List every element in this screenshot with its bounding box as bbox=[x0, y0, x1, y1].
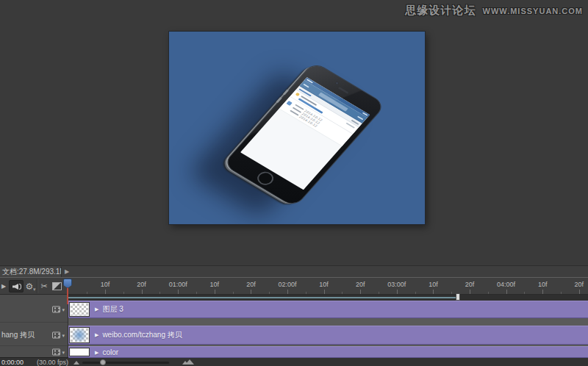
track-header-row: ▾ bbox=[0, 346, 68, 358]
ruler-label: 20f bbox=[575, 281, 584, 288]
weibo-avatar bbox=[295, 93, 300, 97]
track-clip-layer3[interactable]: ▶ 图层 3 bbox=[68, 301, 588, 318]
phone-volume-button bbox=[276, 97, 282, 103]
dropdown-arrow-icon: ▾ bbox=[62, 332, 65, 338]
ruler-tick bbox=[433, 290, 434, 294]
ruler-label: 03:00f bbox=[387, 281, 406, 288]
clip-thumbnail bbox=[70, 328, 89, 342]
ruler-label: 10f bbox=[319, 281, 329, 288]
ruler-tick bbox=[506, 290, 507, 294]
ruler-tick bbox=[561, 292, 562, 294]
ruler-label: 01:00f bbox=[169, 281, 187, 288]
ruler-tick bbox=[379, 292, 379, 294]
ruler-label: 10f bbox=[101, 281, 110, 288]
ruler-tick bbox=[470, 290, 470, 294]
ruler-label: 02:00f bbox=[278, 281, 296, 288]
canvas-workspace: 思缘设计论坛 WWW.MISSYUAN.COM bbox=[0, 0, 588, 265]
weibo-list-icon bbox=[286, 101, 292, 106]
clip-label: 图层 3 bbox=[102, 304, 123, 315]
ruler-tick bbox=[324, 290, 325, 294]
toolbar-divider bbox=[37, 279, 37, 293]
row-divider bbox=[0, 322, 68, 323]
ruler-tick bbox=[342, 292, 343, 294]
current-time: 0:00:00 bbox=[1, 359, 24, 366]
track-clip-color[interactable]: ▶ color bbox=[68, 346, 588, 358]
timeline-ruler[interactable]: 10f20f01:00f10f20f02:00f10f20f03:00f10f2… bbox=[68, 278, 588, 295]
ruler-label: 04:00f bbox=[497, 281, 515, 288]
ruler-tick bbox=[488, 292, 489, 294]
clip-label: color bbox=[102, 348, 118, 356]
ruler-tick bbox=[451, 292, 452, 294]
timeline-zoom-slider[interactable] bbox=[82, 362, 169, 364]
timeline-footer: 0:00:00 (30.00 fps) bbox=[0, 357, 588, 366]
ruler-tick bbox=[579, 290, 580, 294]
ruler-label: 20f bbox=[137, 281, 146, 288]
ruler-tick bbox=[251, 290, 251, 294]
filmstrip-icon bbox=[52, 332, 60, 339]
ruler-label: 20f bbox=[356, 281, 365, 288]
zoom-slider-handle[interactable] bbox=[100, 359, 106, 365]
mute-audio-button[interactable] bbox=[9, 280, 24, 293]
ruler-tick bbox=[269, 292, 270, 294]
work-area-end-marker[interactable] bbox=[456, 293, 460, 301]
clip-thumbnail bbox=[70, 303, 89, 316]
filmstrip-icon bbox=[52, 306, 60, 313]
dropdown-arrow-icon: ▾ bbox=[62, 306, 65, 312]
document-status-bar: 文档:27.8M/293.1M ▶ bbox=[0, 265, 588, 277]
track-header-row: hang 拷贝 ▾ bbox=[0, 326, 68, 345]
ruler-label: 10f bbox=[210, 281, 220, 288]
status-popup-arrow-icon[interactable]: ▶ bbox=[65, 268, 69, 275]
clip-label: weibo.com/tczhang 拷贝 bbox=[102, 330, 182, 340]
settings-dropdown-arrow-icon: ▾ bbox=[33, 287, 36, 293]
zoom-out-icon[interactable] bbox=[74, 361, 79, 365]
ruler-tick bbox=[178, 290, 179, 294]
document-size-info: 文档:27.8M/293.1M bbox=[0, 267, 62, 277]
ruler-tick bbox=[123, 292, 124, 294]
ruler-tick bbox=[306, 292, 306, 294]
speaker-wave-icon bbox=[19, 284, 21, 290]
ruler-label: 20f bbox=[246, 281, 256, 288]
timeline-panel: ▶ ⚙ ▾ ✂ 10f20f01:00f10f20f02:00f10f20f03… bbox=[0, 277, 588, 366]
phone-volume-button bbox=[283, 89, 289, 95]
ruler-tick bbox=[542, 290, 543, 294]
ruler-label: 20f bbox=[465, 281, 475, 288]
disclosure-triangle-icon[interactable]: ▶ bbox=[95, 306, 98, 312]
ruler-tick bbox=[524, 292, 525, 294]
filmstrip-icon bbox=[52, 349, 60, 356]
disclosure-triangle-icon[interactable]: ▶ bbox=[95, 332, 98, 338]
playhead-line bbox=[67, 287, 68, 304]
ruler-tick bbox=[159, 292, 160, 294]
timeline-toolbar: ▶ ⚙ ▾ ✂ bbox=[0, 278, 68, 295]
work-area-strip bbox=[68, 295, 588, 301]
video-track-options[interactable]: ▾ bbox=[52, 332, 65, 339]
ruler-tick bbox=[87, 292, 87, 294]
video-track-options[interactable]: ▾ bbox=[52, 306, 65, 313]
ruler-tick bbox=[215, 290, 215, 294]
ruler-tick bbox=[415, 292, 416, 294]
play-button[interactable]: ▶ bbox=[0, 278, 7, 295]
transition-button[interactable] bbox=[52, 282, 62, 290]
ruler-tick bbox=[196, 292, 197, 294]
ruler-tick bbox=[105, 290, 106, 294]
ruler-label: 10f bbox=[429, 281, 438, 288]
watermark-url-text: WWW.MISSYUAN.COM bbox=[483, 7, 583, 15]
document-canvas: 2014-10-122014-10-122014-10-12 bbox=[169, 32, 425, 224]
split-at-playhead-button[interactable]: ✂ bbox=[39, 278, 49, 295]
work-area-bar[interactable] bbox=[68, 297, 456, 298]
ruler-tick bbox=[142, 290, 143, 294]
ruler-tick bbox=[287, 290, 288, 294]
ruler-tick bbox=[233, 292, 234, 294]
timeline-tracks-area: ▶ 图层 3 ▶ weibo.com/tczhang 拷贝 ▶ color bbox=[68, 295, 588, 358]
watermark-cn-text: 思缘设计论坛 bbox=[406, 4, 476, 18]
photoshop-window: 思缘设计论坛 WWW.MISSYUAN.COM bbox=[0, 0, 588, 366]
timeline-track-headers: ▾ hang 拷贝 ▾ ▾ bbox=[0, 295, 68, 358]
frame-rate: (30.00 fps) bbox=[37, 359, 68, 366]
phone-earpiece bbox=[338, 87, 349, 94]
zoom-in-icon[interactable] bbox=[185, 359, 194, 365]
disclosure-triangle-icon[interactable]: ▶ bbox=[95, 349, 98, 355]
phone-camera bbox=[335, 82, 340, 85]
ruler-tick bbox=[397, 290, 398, 294]
ruler-tick bbox=[360, 290, 361, 294]
track-clip-weibo[interactable]: ▶ weibo.com/tczhang 拷贝 bbox=[68, 326, 588, 345]
video-track-options[interactable]: ▾ bbox=[52, 349, 65, 356]
